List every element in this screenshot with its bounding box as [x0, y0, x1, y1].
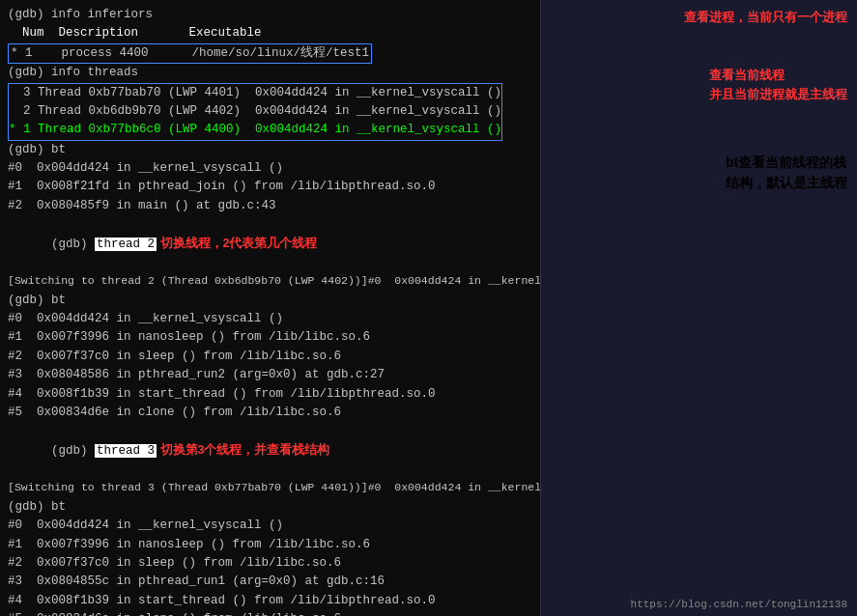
line-12: (gdb) thread 2 切换线程，2代表第几个线程	[8, 215, 532, 272]
line-22: [Switching to thread 3 (Thread 0xb77bab7…	[8, 479, 532, 497]
line-7: * 1 Thread 0xb77bb6c0 (LWP 4400) 0x004dd…	[9, 121, 501, 139]
annotations-panel: 查看进程，当前只有一个进程 查看当前线程并且当前进程就是主线程 bt查看当前线程…	[541, 0, 857, 616]
line-21: (gdb) thread 3 切换第3个线程，并查看栈结构	[8, 422, 532, 479]
line-4: (gdb) info threads	[8, 64, 532, 82]
thread-3-cmd: thread 3	[95, 444, 157, 458]
line-29: #5 0x00834d6e in clone () from /lib/libc…	[8, 610, 532, 616]
line-17: #2 0x007f37c0 in sleep () from /lib/libc…	[8, 348, 532, 366]
line-10: #1 0x008f21fd in pthread_join () from /l…	[8, 178, 532, 196]
line-6: 2 Thread 0xb6db9b70 (LWP 4402) 0x004dd42…	[9, 102, 501, 121]
thread-list-box: 3 Thread 0xb77bab70 (LWP 4401) 0x004dd42…	[8, 83, 502, 141]
line-23: (gdb) bt	[8, 498, 532, 517]
line-2: Num Description Executable	[8, 24, 532, 42]
terminal-panel: (gdb) info inferiors Num Description Exe…	[0, 0, 541, 616]
line-19: #4 0x008f1b39 in start_thread () from /l…	[8, 385, 532, 404]
watermark: https://blog.csdn.net/tonglin12138	[631, 599, 847, 610]
line-26: #2 0x007f37c0 in sleep () from /lib/libc…	[8, 554, 532, 573]
line-25: #1 0x007f3996 in nanosleep () from /lib/…	[8, 536, 532, 554]
line-18: #3 0x08048586 in pthread_run2 (arg=0x0) …	[8, 366, 532, 384]
line-16: #1 0x007f3996 in nanosleep () from /lib/…	[8, 328, 532, 347]
line-9: #0 0x004dd424 in __kernel_vsyscall ()	[8, 159, 532, 178]
line-24: #0 0x004dd424 in __kernel_vsyscall ()	[8, 517, 532, 535]
line-8: (gdb) bt	[8, 141, 532, 159]
line-3: * 1 process 4400 /home/so/linux/线程/test1	[8, 43, 532, 64]
line-14: (gdb) bt	[8, 292, 532, 310]
line-5: 3 Thread 0xb77bab70 (LWP 4401) 0x004dd42…	[9, 84, 501, 102]
annotation-3: bt查看当前线程的栈结构，默认是主线程	[726, 153, 847, 193]
line-27: #3 0x0804855c in pthread_run1 (arg=0x0) …	[8, 573, 532, 591]
line-15: #0 0x004dd424 in __kernel_vsyscall ()	[8, 310, 532, 328]
line-20: #5 0x00834d6e in clone () from /lib/libc…	[8, 404, 532, 422]
line-11: #2 0x080485f9 in main () at gdb.c:43	[8, 197, 532, 215]
annotation-1: 查看进程，当前只有一个进程	[684, 8, 847, 27]
line-1: (gdb) info inferiors	[8, 6, 532, 24]
line-28: #4 0x008f1b39 in start_thread () from /l…	[8, 592, 532, 610]
annotation-2: 查看当前线程并且当前进程就是主线程	[709, 66, 847, 103]
line-13: [Switching to thread 2 (Thread 0xb6db9b7…	[8, 272, 532, 291]
thread-2-cmd: thread 2	[95, 238, 157, 251]
main-container: (gdb) info inferiors Num Description Exe…	[0, 0, 857, 616]
